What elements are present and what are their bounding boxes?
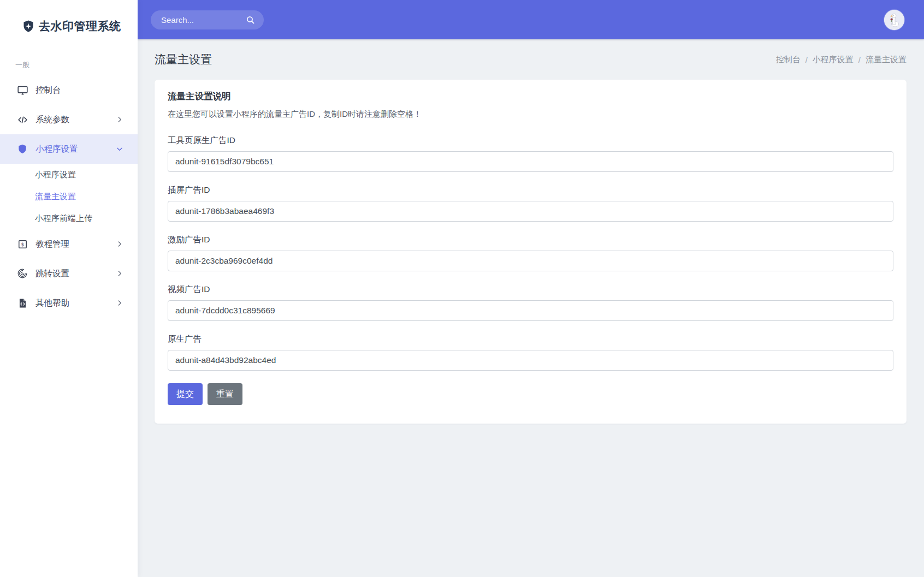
- sidebar-item-label: 跳转设置: [35, 268, 116, 279]
- sidebar-item-label: 小程序设置: [35, 144, 116, 155]
- breadcrumb: 控制台 / 小程序设置 / 流量主设置: [776, 55, 907, 65]
- rewarded-ad-id-input[interactable]: [168, 251, 893, 271]
- tool-page-native-ad-id-label: 工具页原生广告ID: [168, 135, 893, 146]
- app-root: 去水印管理系统 一般 控制台: [0, 0, 924, 577]
- submenu-item-label: 小程序设置: [35, 170, 76, 180]
- app-logo[interactable]: 去水印管理系统: [0, 0, 138, 50]
- reset-button[interactable]: 重置: [208, 383, 242, 405]
- shield-icon: [16, 143, 28, 155]
- dollar-square-icon: $: [16, 238, 28, 250]
- card-heading: 流量主设置说明: [168, 91, 893, 103]
- form-field: 视频广告ID: [168, 284, 893, 321]
- breadcrumb-item-console[interactable]: 控制台: [776, 55, 801, 65]
- miniprogram-submenu: 小程序设置 流量主设置 小程序前端上传: [0, 164, 138, 229]
- traffic-settings-card: 流量主设置说明 在这里您可以设置小程序的流量主广告ID，复制ID时请注意删除空格…: [155, 80, 907, 424]
- topbar: [138, 0, 924, 39]
- native-ad-label: 原生广告: [168, 334, 893, 345]
- form-field: 插屏广告ID: [168, 185, 893, 222]
- chevron-right-icon: [116, 240, 123, 248]
- chevron-right-icon: [116, 116, 123, 123]
- app-title: 去水印管理系统: [39, 19, 121, 34]
- main-area: 流量主设置 控制台 / 小程序设置 / 流量主设置 流量主设置说明 在这里您可以…: [138, 0, 924, 577]
- card-description: 在这里您可以设置小程序的流量主广告ID，复制ID时请注意删除空格！: [168, 109, 893, 120]
- sidebar-item-label: 控制台: [35, 85, 123, 96]
- sidebar-item-miniprogram-settings[interactable]: 小程序设置: [0, 134, 138, 164]
- interstitial-ad-id-label: 插屏广告ID: [168, 185, 893, 196]
- sidebar-section-label: 一般: [0, 50, 138, 75]
- submenu-item-label: 流量主设置: [35, 192, 76, 202]
- fingerprint-icon: [16, 267, 28, 279]
- submenu-item-label: 小程序前端上传: [35, 213, 92, 224]
- sidebar-item-tutorial-management[interactable]: $ 教程管理: [0, 229, 138, 259]
- video-ad-id-input[interactable]: [168, 300, 893, 321]
- video-ad-id-label: 视频广告ID: [168, 284, 893, 295]
- sidebar: 去水印管理系统 一般 控制台: [0, 0, 138, 577]
- native-ad-input[interactable]: [168, 350, 893, 371]
- page-header: 流量主设置 控制台 / 小程序设置 / 流量主设置: [138, 39, 924, 80]
- submenu-item-traffic-settings[interactable]: 流量主设置: [0, 186, 138, 207]
- sidebar-item-redirect-settings[interactable]: 跳转设置: [0, 259, 138, 288]
- tool-page-native-ad-id-input[interactable]: [168, 151, 893, 172]
- desktop-icon: [16, 84, 28, 96]
- sidebar-item-console[interactable]: 控制台: [0, 75, 138, 105]
- submenu-item-frontend-upload[interactable]: 小程序前端上传: [0, 207, 138, 229]
- search-icon[interactable]: [246, 15, 255, 25]
- page-title: 流量主设置: [155, 52, 212, 67]
- sidebar-item-other-help[interactable]: 其他帮助: [0, 288, 138, 318]
- breadcrumb-separator: /: [858, 55, 861, 64]
- sidebar-item-label: 其他帮助: [35, 298, 116, 309]
- svg-text:$: $: [21, 241, 24, 247]
- page-content: 流量主设置说明 在这里您可以设置小程序的流量主广告ID，复制ID时请注意删除空格…: [138, 80, 924, 577]
- file-code-icon: [16, 297, 28, 309]
- search-input[interactable]: [161, 15, 246, 25]
- breadcrumb-separator: /: [805, 55, 808, 64]
- search-bar: [151, 10, 264, 29]
- submenu-item-miniprogram-settings[interactable]: 小程序设置: [0, 164, 138, 186]
- form-actions: 提交 重置: [168, 383, 893, 405]
- interstitial-ad-id-input[interactable]: [168, 201, 893, 222]
- chevron-right-icon: [116, 299, 123, 307]
- breadcrumb-item-traffic-settings[interactable]: 流量主设置: [866, 55, 907, 65]
- sidebar-item-label: 系统参数: [35, 114, 116, 126]
- submit-button[interactable]: 提交: [168, 383, 203, 405]
- chevron-down-icon: [116, 145, 123, 153]
- chevron-right-icon: [116, 270, 123, 277]
- form-field: 激励广告ID: [168, 234, 893, 271]
- code-icon: [16, 114, 28, 126]
- sidebar-item-system-params[interactable]: 系统参数: [0, 105, 138, 134]
- user-avatar[interactable]: [884, 10, 904, 30]
- form-field: 原生广告: [168, 334, 893, 371]
- shield-logo-icon: [22, 20, 35, 33]
- form-field: 工具页原生广告ID: [168, 135, 893, 172]
- sidebar-item-label: 教程管理: [35, 239, 116, 250]
- breadcrumb-item-miniprogram-settings[interactable]: 小程序设置: [813, 55, 854, 65]
- sidebar-nav: 控制台 系统参数: [0, 75, 138, 318]
- rewarded-ad-id-label: 激励广告ID: [168, 234, 893, 246]
